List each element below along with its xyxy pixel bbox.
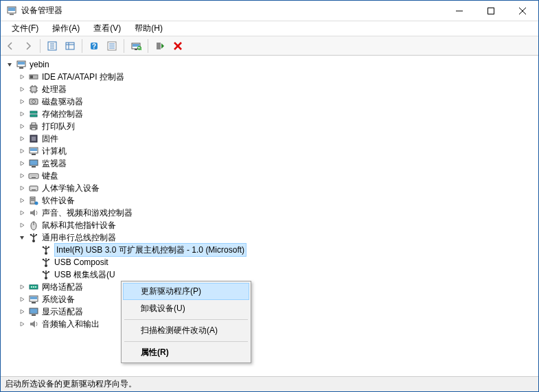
toolbar-separator [148,39,148,53]
svg-rect-103 [30,308,38,314]
svg-rect-67 [31,198,34,199]
expand-icon[interactable] [17,295,27,304]
computer-icon [28,146,39,157]
tree-category-usb[interactable]: 通用串行总线控制器 [5,231,538,244]
sound-icon [28,207,39,218]
tree-category[interactable]: 系统设备 [5,293,538,305]
expand-icon[interactable] [17,307,27,316]
svg-rect-53 [30,148,37,151]
minimize-button[interactable] [444,1,475,21]
scan-hardware-button[interactable] [128,38,144,54]
svg-point-88 [43,259,45,261]
svg-rect-83 [48,246,49,248]
close-button[interactable] [507,1,538,21]
details-button[interactable] [62,38,78,54]
expand-icon[interactable] [17,84,27,94]
tree-category-label: 系统设备 [42,293,75,305]
tree-device-item[interactable]: USB 根集线器(U [5,268,538,281]
tree-root-label: yebin [30,58,49,71]
hid-icon [28,183,39,194]
svg-rect-4 [488,8,494,14]
context-menu-scan[interactable]: 扫描检测硬件改动(A) [123,322,249,339]
properties-button[interactable] [104,38,120,54]
tree-category[interactable]: 处理器 [5,83,538,95]
statusbar: 启动所选设备的更新驱动程序向导。 [1,376,538,391]
collapse-icon[interactable] [5,60,14,69]
maximize-button[interactable] [475,1,507,21]
expand-icon[interactable] [17,282,27,292]
device-tree[interactable]: yebin IDE ATA/ATAPI 控制器处理器磁盘驱动器存储控制器打印队列… [1,56,538,376]
menu-action[interactable]: 操作(A) [45,21,87,36]
tree-category[interactable]: 音频输入和输出 [5,318,538,330]
tree-category[interactable]: 网络适配器 [5,281,538,293]
back-button[interactable] [2,38,19,54]
menu-help[interactable]: 帮助(H) [128,21,170,36]
tree-device-item[interactable]: USB Composit [5,256,538,268]
expand-icon[interactable] [17,97,27,106]
svg-point-62 [36,175,36,176]
forward-button[interactable] [20,38,36,54]
tree-category[interactable]: 打印队列 [5,120,538,132]
expand-icon[interactable] [17,159,27,168]
tree-category[interactable]: 计算机 [5,145,538,157]
show-hidden-button[interactable] [44,38,60,54]
menubar: 文件(F) 操作(A) 查看(V) 帮助(H) [1,21,538,36]
expand-icon[interactable] [17,220,27,230]
tree-root[interactable]: yebin [5,58,538,71]
menu-file[interactable]: 文件(F) [5,21,45,36]
update-driver-button[interactable] [152,38,168,54]
tree-category[interactable]: IDE ATA/ATAPI 控制器 [5,71,538,83]
expand-icon[interactable] [17,208,27,218]
svg-rect-51 [32,137,36,141]
svg-rect-77 [36,234,37,235]
tree-category[interactable]: 存储控制器 [5,108,538,120]
expand-icon[interactable] [17,171,27,181]
computer-icon [16,59,27,70]
svg-point-94 [43,271,45,273]
svg-rect-33 [31,87,36,92]
keyboard-icon [28,170,39,181]
expand-icon[interactable] [17,196,27,205]
tree-category[interactable]: 显示适配器 [5,305,538,318]
display-adapter-icon [28,306,39,317]
toolbar-separator [124,39,124,53]
svg-point-44 [33,101,34,102]
expand-icon[interactable] [17,146,27,156]
help-button[interactable]: ? [86,38,102,54]
software-device-icon [28,195,39,206]
expand-icon[interactable] [17,183,27,193]
app-icon [6,5,17,16]
tree-category[interactable]: 鼠标和其他指针设备 [5,219,538,231]
context-menu-properties[interactable]: 属性(R) [123,344,249,361]
context-menu-uninstall[interactable]: 卸载设备(U) [123,300,249,317]
ide-controller-icon [28,71,39,82]
collapse-icon[interactable] [17,233,27,242]
tree-category[interactable]: 键盘 [5,170,538,182]
tree-category[interactable]: 人体学输入设备 [5,182,538,194]
expand-icon[interactable] [17,72,27,82]
tree-category-label: 人体学输入设备 [42,182,100,194]
tree-category[interactable]: 磁盘驱动器 [5,95,538,108]
context-menu-update-driver[interactable]: 更新驱动程序(P) [123,283,249,300]
expand-icon[interactable] [17,122,27,131]
expand-icon[interactable] [17,134,27,143]
tree-category[interactable]: 监视器 [5,157,538,170]
svg-rect-63 [32,177,36,178]
svg-point-97 [31,286,32,288]
tree-category[interactable]: 固件 [5,132,538,145]
tree-category-label: 打印队列 [42,120,75,132]
expand-icon[interactable] [17,109,27,119]
monitor-icon [28,158,39,169]
menu-view[interactable]: 查看(V) [87,21,128,36]
expand-icon[interactable] [17,319,27,329]
tree-category[interactable]: 软件设备 [5,194,538,207]
tree-category-label: 网络适配器 [42,281,83,293]
toolbar-separator [82,39,82,53]
tree-category[interactable]: 声音、视频和游戏控制器 [5,207,538,219]
tree-category-label: 显示适配器 [42,305,83,318]
uninstall-button[interactable] [170,38,186,54]
svg-rect-1 [8,8,15,11]
tree-device-item[interactable]: Intel(R) USB 3.0 可扩展主机控制器 - 1.0 (Microso… [5,244,538,256]
printer-icon [28,121,39,132]
svg-point-72 [32,240,35,242]
